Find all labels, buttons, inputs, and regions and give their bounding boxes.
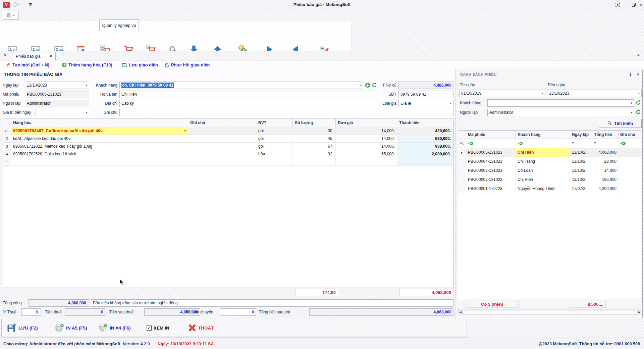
pin-icon[interactable] xyxy=(629,72,632,77)
col-hang-hoa[interactable]: Hàng hóa xyxy=(11,118,188,127)
tong-tien-sau-phi-label: Tổng tiền sau phí xyxy=(259,310,290,314)
col-thanh-tien[interactable]: Thành tiền xyxy=(397,118,453,127)
chevron-down-icon[interactable]: ▾ xyxy=(629,111,632,114)
voucher-table: Mã phiếu Khách hàng Ngày lập Tổng tiền G… xyxy=(458,130,641,299)
ho-va-ten-input[interactable]: Chị Hiền xyxy=(119,91,378,98)
panel-splitter[interactable] xyxy=(455,69,455,318)
restore-button[interactable] xyxy=(631,2,637,7)
t-no-cu-value: 4,486,000 xyxy=(398,82,453,89)
chevron-down-icon[interactable]: ▾ xyxy=(629,102,632,105)
filter-row[interactable]: ABC ABC = = ABC xyxy=(458,139,641,148)
chevron-down-icon[interactable]: ▾ xyxy=(637,92,640,95)
col-ma-phieu[interactable]: Mã phiếu xyxy=(466,131,516,139)
grid-row-4[interactable]: 4 8935001702528, Golia kẹo 16 stick hộp … xyxy=(3,150,453,158)
col-so-luong[interactable]: Số lượng xyxy=(293,118,336,127)
thue-pct-input[interactable]: 0. xyxy=(21,308,41,316)
khach-hang-combo[interactable]: ch, Chị Hiền, 0979 59 69 41▾ xyxy=(119,82,363,89)
quick-access-button[interactable]: ▾ xyxy=(13,2,19,7)
tab-list-close-button[interactable]: × xyxy=(637,53,640,57)
scrollbar-thumb[interactable] xyxy=(463,310,637,314)
panel-close-icon[interactable]: × xyxy=(637,72,639,77)
ma-phieu-input: PBG00005-131023 xyxy=(25,91,89,98)
restore-layout-button[interactable]: Phục hồi giao diện xyxy=(164,60,210,69)
products-grid: Hàng hóa Ghi chú ĐVT Số lượng Đơn giá Th… xyxy=(3,118,453,288)
close-tab-icon[interactable]: × xyxy=(50,54,52,58)
dia-chi-input[interactable]: Cao kỳ xyxy=(119,100,378,107)
refresh-icon[interactable] xyxy=(636,109,641,115)
print-a5-button[interactable]: IN A5 (F5) xyxy=(55,319,87,337)
printer-icon xyxy=(98,323,108,333)
ribbon-menu-button[interactable]: ▾ xyxy=(3,11,19,20)
voucher-row-2[interactable]: PBG00004-131023 Chị Trang 13/10/2... 28,… xyxy=(458,157,641,166)
minimize-button[interactable]: – xyxy=(623,2,629,7)
tu-ngay-input[interactable]: 01/10/2019▾ xyxy=(459,90,545,97)
preview-checkbox[interactable]: ✓ XEM IN xyxy=(147,319,169,337)
gia-tri-den-ngay-input[interactable]: ▾ xyxy=(36,109,89,116)
col-ghi-chu[interactable]: Ghi chú xyxy=(188,118,256,127)
chevron-down-icon[interactable]: ▾ xyxy=(448,102,451,105)
grid-row-1[interactable]: ▸1 8935001702467, Cofitos kẹo café sữa g… xyxy=(3,127,453,135)
scroll-right-icon[interactable]: ▶ xyxy=(638,310,640,314)
row-indicator-arrow-icon: ▸ xyxy=(458,148,466,157)
product-cell-selected[interactable]: 8935001702467, Cofitos kẹo café sữa gói … xyxy=(11,127,188,135)
chevron-down-icon[interactable]: ▾ xyxy=(540,92,543,95)
voucher-row-4[interactable]: PBG00002-131023 Chị Hiền 13/10/2... 196,… xyxy=(458,175,641,184)
customize-toolbar-icon[interactable] xyxy=(28,3,33,7)
close-all-tabs-button[interactable]: × xyxy=(4,53,6,57)
grid-new-row[interactable]: * xyxy=(3,158,453,166)
ghi-chu-label: Ghi chú xyxy=(91,110,117,115)
voucher-row-1[interactable]: ▸ PBG00005-131023 Chị Hiền 13/10/2... 4,… xyxy=(458,148,641,157)
app-logo-icon: V xyxy=(3,2,10,8)
col-don-gia[interactable]: Đơn giá xyxy=(336,118,397,127)
add-item-button[interactable]: Thêm hàng hóa (F10) xyxy=(62,60,112,69)
doc-tab-phieu-bao-gia[interactable]: Phiếu báo giá × xyxy=(12,52,56,60)
panel-title: DANH SÁCH PHIẾU xyxy=(460,72,497,77)
row-indicator-arrow-icon: ▸ xyxy=(5,129,7,133)
col-ghi-chu[interactable]: Ghi chú xyxy=(619,131,641,139)
col-dvt[interactable]: ĐVT xyxy=(256,118,293,127)
voucher-row-3[interactable]: PBG00003-131023 Cô Loan 13/10/2... 14,00… xyxy=(458,166,641,175)
grid-row-2[interactable]: 2 kdAL, Alpenlibe kẹo dâu gói 40v gói 45… xyxy=(3,135,453,143)
chevron-down-icon[interactable]: ▾ xyxy=(84,111,87,114)
checkbox-checked-icon: ✓ xyxy=(147,326,152,331)
voucher-row-5[interactable]: PBG00001-170723 Nguyễn Hoàng Thiện 17/07… xyxy=(458,184,641,193)
print-a4-button[interactable]: IN A4 (F6) xyxy=(98,319,131,337)
panel-khach-hang-combo[interactable]: ▾ xyxy=(487,99,634,107)
equals-filter-icon: = xyxy=(570,139,592,148)
panel-nguoi-lap-combo[interactable]: Administrator▾ xyxy=(487,109,634,116)
ghi-chu-input[interactable] xyxy=(119,109,453,116)
col-khach-hang[interactable]: Khách hàng xyxy=(516,131,570,139)
grid-row-3[interactable]: 3 8935001712022, Mentos kẹo T.cây gói 10… xyxy=(3,143,453,150)
abc-filter-icon: ABC xyxy=(518,142,524,145)
mouse-cursor xyxy=(119,279,124,285)
refresh-icon[interactable] xyxy=(636,100,641,105)
loai-gia-combo[interactable]: Giá lẻ▾ xyxy=(398,100,453,107)
save-layout-button[interactable]: Lưu giao diện xyxy=(122,60,158,69)
col-ngay-lap[interactable]: Ngày lập xyxy=(570,131,592,139)
ngay-lap-input[interactable]: 13/10/2023▾ xyxy=(25,82,89,89)
chevron-down-icon: ▾ xyxy=(18,3,19,6)
exit-button[interactable]: THOÁT xyxy=(188,319,214,337)
tab-quan-ly-nghiep-vu[interactable]: Quản lý nghiệp vụ xyxy=(99,19,139,31)
scroll-left-icon[interactable]: ◀ xyxy=(459,310,462,314)
den-ngay-input[interactable]: 13/10/2023▾ xyxy=(547,90,642,97)
search-button[interactable]: Tìm kiếm xyxy=(599,119,642,128)
chevron-down-icon[interactable]: ▾ xyxy=(84,84,87,87)
fit-window-button[interactable] xyxy=(614,2,621,7)
new-button[interactable]: Tạo mới (Ctrl + N) xyxy=(5,60,49,69)
voucher-table-header: Mã phiếu Khách hàng Ngày lập Tổng tiền G… xyxy=(458,131,641,139)
menu-grid-icon xyxy=(7,13,12,18)
chevron-down-icon[interactable]: ▾ xyxy=(358,84,361,87)
phi-van-chuyen-input[interactable]: 0 xyxy=(220,308,256,316)
refresh-customer-button[interactable] xyxy=(372,83,377,88)
tu-ngay-label: Từ ngày xyxy=(460,83,475,87)
sdt-input[interactable]: 0979 59 69 41 xyxy=(398,91,453,98)
chevron-down-icon[interactable]: ▾ xyxy=(183,130,186,133)
close-window-button[interactable]: × xyxy=(638,2,644,7)
add-customer-button[interactable] xyxy=(365,83,370,88)
quote-info-form: THÔNG TIN PHIẾU BÁO GIÁ Ngày lập 13/10/2… xyxy=(0,69,455,118)
tien-thue-value: 0 xyxy=(65,308,105,316)
save-button[interactable]: LƯU (F2) xyxy=(7,319,38,337)
panel-horizontal-scrollbar[interactable]: ◀ ▶ xyxy=(458,309,641,315)
col-tong-tien[interactable]: Tổng tiền xyxy=(592,131,619,139)
